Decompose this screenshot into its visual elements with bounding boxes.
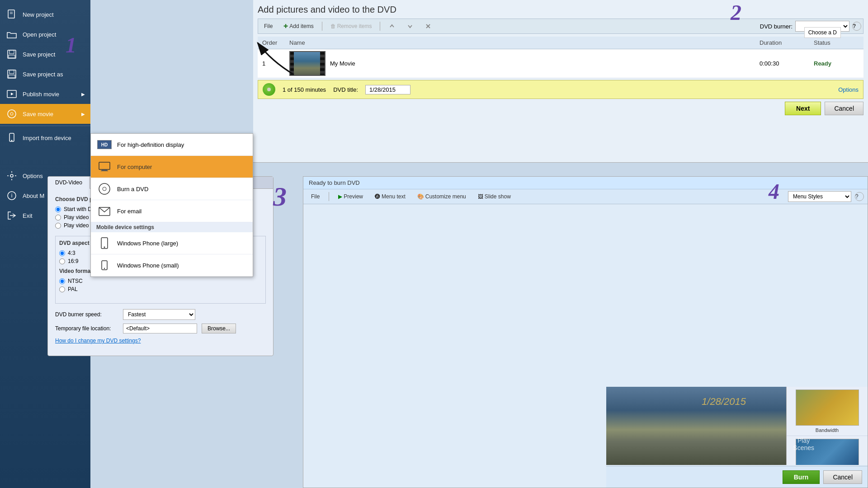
dropdown-item-computer[interactable]: For computer xyxy=(91,156,253,178)
radio-start-dvd-menu-input[interactable] xyxy=(55,206,61,212)
style-thumbnail-bandwidth xyxy=(796,389,859,426)
add-items-label: Add items xyxy=(289,23,313,29)
style-label-bandwidth: Bandwidth xyxy=(789,427,865,433)
file-button[interactable]: File xyxy=(260,21,277,31)
computer-icon xyxy=(96,160,113,173)
phone-large-icon xyxy=(96,237,113,249)
movie-thumbnail xyxy=(289,51,326,76)
dvd-help-link[interactable]: How do I change my DVD settings? xyxy=(55,338,141,344)
move-up-button[interactable] xyxy=(384,21,400,32)
radio-43-label: 4:3 xyxy=(68,250,75,256)
dropdown-item-email[interactable]: For email xyxy=(91,200,253,222)
sidebar-about-label: About M xyxy=(23,192,44,199)
sidebar-item-label: Open project xyxy=(23,31,56,38)
burn-dvd-icon xyxy=(96,183,113,195)
radio-pal-input[interactable] xyxy=(59,286,65,292)
customize-menu-button[interactable]: 🎨 Customize menu xyxy=(413,192,470,202)
cancel-button-2[interactable]: Cancel xyxy=(823,470,862,484)
temp-location-label: Temporary file location: xyxy=(55,325,118,332)
dropdown-item-dvd[interactable]: Burn a DVD xyxy=(91,178,253,200)
temp-location-input[interactable] xyxy=(123,324,197,333)
sidebar-options-label: Options xyxy=(23,173,43,179)
sidebar-item-label: Publish movie xyxy=(23,91,59,98)
submenu-arrow: ▶ xyxy=(81,112,85,117)
menu-styles-select[interactable]: Menu Styles xyxy=(788,191,851,202)
sidebar-item-new-project[interactable]: New project xyxy=(0,5,90,24)
col-order: Order xyxy=(258,37,285,49)
dvd-menu-panel: 4 Ready to burn DVD File ▶ Preview 🅐 Men… xyxy=(303,176,868,488)
preview-button[interactable]: ▶ Preview xyxy=(334,192,367,202)
burner-speed-select[interactable]: Fastest Fast Medium Slow xyxy=(123,309,195,320)
dropdown-label-dvd: Burn a DVD xyxy=(117,186,148,192)
help-button[interactable]: ? xyxy=(852,22,861,31)
publish-movie-icon xyxy=(5,88,18,100)
dropdown-item-phone-small[interactable]: Windows Phone (small) xyxy=(91,254,253,277)
menu-file-button[interactable]: File xyxy=(307,192,324,202)
sidebar-item-publish-movie[interactable]: Publish movie ▶ xyxy=(0,84,90,104)
radio-play-end-dvd-input[interactable] xyxy=(55,215,61,221)
burn-button[interactable]: Burn xyxy=(783,470,820,484)
cell-name-text: My Movie xyxy=(330,60,355,67)
svg-rect-0 xyxy=(8,10,14,18)
dropdown-label-computer: For computer xyxy=(117,164,152,170)
svg-rect-8 xyxy=(9,75,15,78)
new-project-icon xyxy=(5,8,18,21)
ready-text: Ready to burn DVD xyxy=(309,179,360,186)
style-item-bandwidth[interactable]: Bandwidth xyxy=(787,387,868,436)
delete-button[interactable] xyxy=(420,21,436,32)
film-strip-right xyxy=(320,52,325,75)
sidebar-item-save-project[interactable]: Save project xyxy=(0,44,90,64)
dropdown-item-hd[interactable]: HD For high-definition display xyxy=(91,134,253,156)
dropdown-item-phone-large[interactable]: Windows Phone (large) xyxy=(91,232,253,254)
table-row: 1 My Movie 0:00:30 Ready xyxy=(258,49,863,78)
menu-text-button[interactable]: 🅐 Menu text xyxy=(371,192,410,202)
tab-dvd-video[interactable]: DVD-Video xyxy=(48,177,90,189)
menu-styles-container: Menu Styles xyxy=(788,191,851,202)
radio-ntsc: NTSC xyxy=(59,278,262,284)
radio-pal-label: PAL xyxy=(68,286,78,292)
add-items-button[interactable]: ✚ Add items xyxy=(279,21,317,31)
slideshow-icon: 🖼 xyxy=(478,193,483,200)
sidebar-item-open-project[interactable]: Open project xyxy=(0,24,90,44)
radio-169-input[interactable] xyxy=(59,258,65,264)
menu-help-button[interactable]: ? xyxy=(855,192,864,201)
save-project-icon xyxy=(5,48,18,61)
cancel-button[interactable]: Cancel xyxy=(825,102,863,115)
browse-button[interactable]: Browse... xyxy=(202,324,236,333)
file-label: File xyxy=(264,23,273,29)
hd-icon: HD xyxy=(96,138,113,151)
radio-continuous-loop-input[interactable] xyxy=(55,223,61,229)
menu-toolbar: File ▶ Preview 🅐 Menu text 🎨 Customize m… xyxy=(303,189,868,204)
options-link[interactable]: Options xyxy=(838,86,859,93)
slide-show-button[interactable]: 🖼 Slide show xyxy=(474,192,515,202)
svg-rect-7 xyxy=(9,70,14,74)
sidebar-item-label: Import from device xyxy=(23,135,71,141)
svg-rect-5 xyxy=(9,55,15,58)
dvd-title-value: 1/28/2015 xyxy=(365,85,410,94)
save-project-as-icon xyxy=(5,68,18,80)
dvd-burner-label: DVD burner: xyxy=(760,23,793,30)
submenu-arrow: ▶ xyxy=(81,92,85,97)
radio-ntsc-input[interactable] xyxy=(59,278,65,284)
menu-text-icon: 🅐 xyxy=(375,193,380,200)
move-down-button[interactable] xyxy=(402,21,418,32)
dropdown-label-email: For email xyxy=(117,208,142,215)
import-device-icon xyxy=(5,131,18,144)
sidebar-item-import-from-device[interactable]: Import from device xyxy=(0,128,90,148)
panel-title: Add pictures and video to the DVD xyxy=(258,5,863,15)
toolbar-separator-2 xyxy=(380,22,380,31)
cell-name: My Movie xyxy=(285,49,755,78)
svg-point-25 xyxy=(103,187,106,191)
svg-point-30 xyxy=(104,268,105,269)
remove-items-button[interactable]: 🗑 Remove items xyxy=(326,21,376,31)
sidebar-exit-label: Exit xyxy=(23,212,33,219)
radio-43-input[interactable] xyxy=(59,250,65,256)
cell-status: Ready xyxy=(809,49,863,78)
sidebar-item-save-project-as[interactable]: Save project as xyxy=(0,64,90,84)
open-project-icon xyxy=(5,28,18,41)
next-button[interactable]: Next xyxy=(785,102,821,115)
sidebar-item-save-movie[interactable]: Save movie ▶ xyxy=(0,104,90,124)
customize-label: Customize menu xyxy=(425,193,466,200)
preview-label: Preview xyxy=(344,193,363,200)
exit-icon xyxy=(5,209,18,222)
